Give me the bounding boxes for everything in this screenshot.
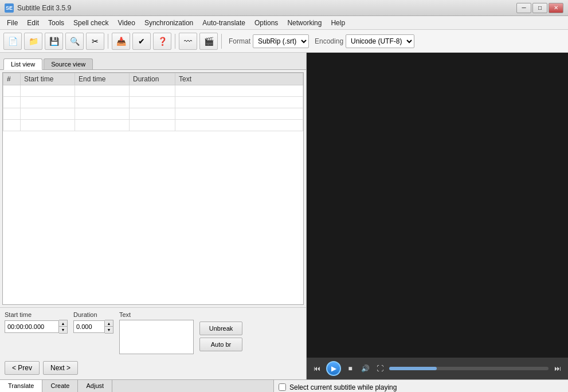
duration-up[interactable]: ▲ bbox=[105, 320, 113, 327]
encoding-select[interactable]: Unicode (UTF-8) bbox=[346, 34, 414, 48]
duration-down[interactable]: ▼ bbox=[105, 327, 113, 333]
waveform-button[interactable]: 〰 bbox=[179, 33, 197, 50]
title-bar: SE Subtitle Edit 3.5.9 ─ □ ✕ bbox=[0, 0, 568, 16]
table-row[interactable] bbox=[3, 97, 303, 108]
menu-synchronization[interactable]: Synchronization bbox=[140, 17, 198, 29]
action-buttons: Unbreak Auto br bbox=[199, 322, 242, 351]
fixcommon-button[interactable]: ✂ bbox=[86, 33, 104, 50]
toolbar-separator-3 bbox=[221, 34, 222, 49]
subtitle-select-label: Select current subtitle while playing bbox=[289, 383, 397, 391]
tab-adjust[interactable]: Adjust bbox=[78, 380, 112, 392]
stop-button[interactable]: ■ bbox=[344, 363, 356, 374]
menu-networking[interactable]: Networking bbox=[283, 17, 326, 29]
duration-input[interactable] bbox=[73, 320, 105, 333]
save-button[interactable]: 💾 bbox=[45, 33, 63, 50]
menu-bar: File Edit Tools Spell check Video Synchr… bbox=[0, 16, 568, 30]
menu-file[interactable]: File bbox=[2, 17, 22, 29]
col-starttime: Start time bbox=[21, 73, 75, 85]
text-label: Text bbox=[119, 311, 194, 318]
fullscreen-button[interactable]: ⛶ bbox=[374, 363, 386, 374]
start-time-input[interactable] bbox=[5, 320, 59, 333]
help-button[interactable]: ❓ bbox=[153, 33, 171, 50]
menu-options[interactable]: Options bbox=[250, 17, 283, 29]
menu-video[interactable]: Video bbox=[113, 17, 139, 29]
start-time-wrap: ▲ ▼ bbox=[5, 320, 68, 334]
col-duration: Duration bbox=[130, 73, 175, 85]
video-progress[interactable] bbox=[389, 367, 549, 370]
video-controls: ⏮ ▶ ■ 🔊 ⛶ ⏭ bbox=[307, 358, 568, 379]
menu-spellcheck[interactable]: Spell check bbox=[69, 17, 113, 29]
table-row[interactable] bbox=[3, 120, 303, 131]
auto-br-button[interactable]: Auto br bbox=[199, 338, 242, 351]
duration-wrap: ▲ ▼ bbox=[73, 320, 113, 334]
play-icon: ▶ bbox=[331, 364, 336, 373]
maximize-button[interactable]: □ bbox=[532, 3, 547, 13]
tab-create[interactable]: Create bbox=[42, 380, 78, 392]
menu-tools[interactable]: Tools bbox=[44, 17, 69, 29]
volume-button[interactable]: 🔊 bbox=[359, 363, 371, 374]
table-row[interactable] bbox=[3, 108, 303, 120]
start-time-label: Start time bbox=[5, 311, 68, 318]
col-endtime: End time bbox=[75, 73, 130, 85]
app-icon: SE bbox=[5, 3, 14, 13]
prev-button[interactable]: < Prev bbox=[5, 361, 40, 375]
start-time-up[interactable]: ▲ bbox=[59, 320, 67, 327]
progress-fill bbox=[389, 367, 437, 370]
text-input[interactable] bbox=[119, 320, 194, 354]
left-panel: List view Source view # Start time End t… bbox=[0, 53, 307, 379]
translate-tab-bar: Translate Create Adjust bbox=[0, 380, 273, 392]
open-button[interactable]: 📁 bbox=[24, 33, 42, 50]
subtitle-list[interactable]: # Start time End time Duration Text bbox=[2, 72, 304, 305]
col-number: # bbox=[3, 73, 21, 85]
check-button[interactable]: ✔ bbox=[132, 33, 151, 50]
duration-field: Duration ▲ ▼ bbox=[73, 311, 113, 334]
unbreak-button[interactable]: Unbreak bbox=[199, 322, 242, 335]
minimize-button[interactable]: ─ bbox=[516, 3, 531, 13]
tab-bar: List view Source view bbox=[0, 53, 306, 70]
waveform-header: Select current subtitle while playing bbox=[274, 380, 568, 392]
tab-source-view[interactable]: Source view bbox=[44, 58, 93, 69]
import-button[interactable]: 📥 bbox=[112, 33, 130, 50]
video-display bbox=[307, 53, 568, 358]
menu-autotranslate[interactable]: Auto-translate bbox=[198, 17, 250, 29]
menu-help[interactable]: Help bbox=[326, 17, 350, 29]
play-button[interactable]: ▶ bbox=[326, 361, 341, 376]
start-time-spinners: ▲ ▼ bbox=[59, 320, 68, 334]
toolbar: 📄 📁 💾 🔍 ✂ 📥 ✔ ❓ 〰 🎬 Format SubRip (.srt)… bbox=[0, 30, 568, 53]
main-area: List view Source view # Start time End t… bbox=[0, 53, 568, 379]
table-row[interactable] bbox=[3, 85, 303, 97]
subtitle-select-checkbox[interactable] bbox=[279, 383, 286, 391]
window-controls: ─ □ ✕ bbox=[516, 3, 563, 13]
video-button[interactable]: 🎬 bbox=[199, 33, 218, 50]
next-button[interactable]: Next > bbox=[43, 361, 78, 375]
app-title: Subtitle Edit 3.5.9 bbox=[17, 4, 71, 12]
format-label: Format bbox=[229, 37, 250, 45]
bottom-area: Translate Create Adjust Auto repeat Auto… bbox=[0, 379, 568, 392]
menu-edit[interactable]: Edit bbox=[22, 17, 44, 29]
seek-end-btn[interactable]: ⏭ bbox=[552, 363, 563, 374]
toolbar-separator-1 bbox=[108, 34, 108, 49]
translate-panel: Translate Create Adjust Auto repeat Auto… bbox=[0, 380, 274, 392]
text-field: Text bbox=[119, 311, 194, 354]
close-button[interactable]: ✕ bbox=[549, 3, 563, 13]
seek-back-btn[interactable]: ⏮ bbox=[311, 363, 323, 374]
edit-section: Start time ▲ ▼ Duration ▲ ▼ bbox=[0, 307, 306, 358]
duration-spinners: ▲ ▼ bbox=[105, 320, 113, 334]
nav-buttons: < Prev Next > bbox=[0, 361, 306, 379]
waveform-panel: Select current subtitle while playing Cl… bbox=[274, 380, 568, 392]
right-panel: ⏮ ▶ ■ 🔊 ⛶ ⏭ bbox=[307, 53, 568, 379]
start-time-field: Start time ▲ ▼ bbox=[5, 311, 68, 334]
find-button[interactable]: 🔍 bbox=[65, 33, 84, 50]
title-bar-left: SE Subtitle Edit 3.5.9 bbox=[5, 3, 71, 13]
subtitle-table: # Start time End time Duration Text bbox=[3, 73, 303, 131]
col-text: Text bbox=[175, 73, 303, 85]
format-select[interactable]: SubRip (.srt) bbox=[253, 34, 309, 48]
encoding-label: Encoding bbox=[315, 37, 343, 45]
start-time-down[interactable]: ▼ bbox=[59, 327, 67, 333]
new-button[interactable]: 📄 bbox=[3, 33, 22, 50]
toolbar-separator-2 bbox=[175, 34, 175, 49]
duration-label: Duration bbox=[73, 311, 113, 318]
tab-list-view[interactable]: List view bbox=[3, 58, 42, 70]
tab-translate[interactable]: Translate bbox=[0, 380, 42, 392]
